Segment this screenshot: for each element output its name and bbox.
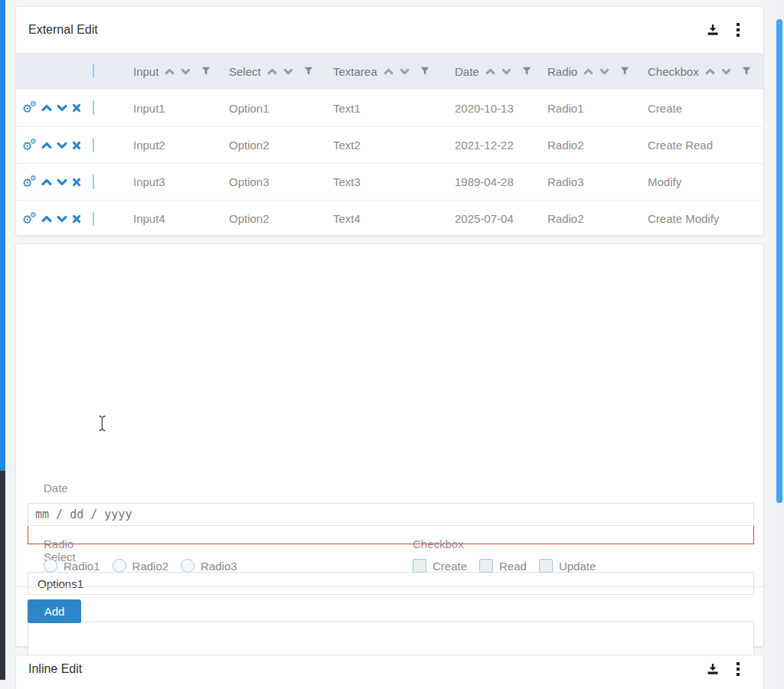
- radio-group: Radio1 Radio2 Radio3: [44, 559, 237, 573]
- settings-cogs-icon[interactable]: ⚙⚙: [22, 101, 37, 115]
- table-header-row: Input Select Textarea Date: [16, 53, 763, 90]
- left-appbar-edge: [0, 0, 5, 471]
- sort-desc-icon[interactable]: [283, 67, 293, 76]
- card-title: Inline Edit: [28, 662, 82, 676]
- inline-edit-header: Inline Edit: [16, 655, 763, 689]
- table-body: ⚙⚙ Input1 Option1 Text1 2020-10-13 Radio…: [16, 90, 763, 237]
- cell-input: Input1: [133, 102, 229, 115]
- kebab-menu-icon[interactable]: [731, 21, 745, 39]
- kebab-menu-icon[interactable]: [731, 660, 745, 678]
- table-row: ⚙⚙ Input1 Option1 Text1 2020-10-13 Radio…: [16, 90, 763, 126]
- checkbox-group: Create Read Update: [413, 559, 596, 573]
- scrollbar-thumb[interactable]: [776, 19, 782, 503]
- move-up-icon[interactable]: [41, 141, 52, 150]
- move-up-icon[interactable]: [41, 214, 52, 224]
- external-edit-header: External Edit: [16, 7, 763, 53]
- inline-edit-card: Inline Edit: [15, 655, 764, 689]
- checkbox-create[interactable]: [413, 559, 426, 573]
- sort-desc-icon[interactable]: [721, 67, 731, 76]
- filter-icon[interactable]: [742, 67, 751, 76]
- column-header-radio: Radio: [547, 65, 648, 78]
- date-field-label: Date: [44, 482, 68, 495]
- sort-asc-icon[interactable]: [583, 67, 593, 76]
- download-icon[interactable]: [704, 660, 722, 678]
- row-checkbox[interactable]: [93, 100, 94, 115]
- filter-icon[interactable]: [522, 67, 531, 76]
- download-icon[interactable]: [704, 21, 722, 39]
- settings-cogs-icon[interactable]: ⚙⚙: [22, 175, 37, 189]
- cell-input: Input4: [133, 212, 229, 225]
- cell-date: 2020-10-13: [455, 102, 547, 115]
- column-header-checkbox: Checkbox: [648, 65, 765, 78]
- cell-date: 2025-07-04: [455, 212, 547, 225]
- delete-x-icon[interactable]: [72, 178, 81, 187]
- delete-x-icon[interactable]: [72, 103, 81, 113]
- cell-radio: Radio2: [547, 139, 648, 152]
- delete-x-icon[interactable]: [72, 214, 81, 224]
- settings-cogs-icon[interactable]: ⚙⚙: [22, 139, 37, 152]
- sort-asc-icon[interactable]: [267, 67, 277, 76]
- table-row: ⚙⚙ Input2 Option2 Text2 2021-12-22 Radio…: [16, 126, 763, 163]
- filter-icon[interactable]: [201, 67, 211, 76]
- scrollbar-track[interactable]: [776, 0, 784, 689]
- row-checkbox[interactable]: [93, 175, 94, 189]
- date-field[interactable]: mm / dd / yyyy: [28, 503, 754, 526]
- sort-asc-icon[interactable]: [485, 67, 495, 76]
- radio-radio2[interactable]: [113, 559, 126, 573]
- data-table: Input Select Textarea Date: [16, 53, 763, 237]
- sort-desc-icon[interactable]: [400, 67, 410, 76]
- external-edit-card: External Edit Input: [15, 6, 764, 236]
- left-sidebar-edge: [0, 471, 5, 680]
- filter-icon[interactable]: [620, 67, 629, 76]
- row-checkbox[interactable]: [93, 138, 94, 152]
- sort-asc-icon[interactable]: [705, 67, 715, 76]
- cell-radio: Radio3: [547, 175, 648, 188]
- row-actions: ⚙⚙: [16, 139, 93, 152]
- cell-date: 2021-12-22: [455, 139, 547, 152]
- sort-asc-icon[interactable]: [384, 67, 394, 76]
- form-divider: [16, 586, 765, 587]
- cell-input: Input3: [133, 175, 229, 188]
- select-field[interactable]: Options1: [28, 572, 754, 595]
- filter-icon[interactable]: [304, 67, 313, 76]
- move-down-icon[interactable]: [57, 214, 67, 224]
- cell-select: Option1: [229, 102, 333, 115]
- row-actions: ⚙⚙: [16, 212, 93, 226]
- sort-desc-icon[interactable]: [181, 67, 191, 76]
- checkbox-update[interactable]: [539, 559, 553, 573]
- radio-radio1[interactable]: [44, 559, 57, 573]
- row-checkbox[interactable]: [93, 211, 94, 226]
- select-all-checkbox[interactable]: [93, 64, 94, 78]
- move-down-icon[interactable]: [57, 178, 67, 187]
- radio-radio3[interactable]: [181, 559, 194, 573]
- sort-asc-icon[interactable]: [165, 67, 175, 76]
- date-placeholder: mm / dd / yyyy: [35, 508, 132, 521]
- move-down-icon[interactable]: [57, 141, 67, 150]
- add-form-card: Input Select Options1 Text Date mm / dd …: [15, 243, 764, 647]
- cell-textarea: Text4: [333, 212, 455, 225]
- cell-checkbox: Modify: [648, 175, 765, 188]
- card-title: External Edit: [28, 23, 98, 37]
- sort-desc-icon[interactable]: [501, 67, 511, 76]
- select-all-cell: [93, 64, 133, 78]
- add-button[interactable]: Add: [28, 599, 81, 623]
- cell-input: Input2: [133, 139, 229, 152]
- move-up-icon[interactable]: [41, 103, 52, 113]
- sort-desc-icon[interactable]: [599, 67, 609, 76]
- row-actions: ⚙⚙: [16, 101, 93, 115]
- cell-date: 1989-04-28: [455, 175, 547, 188]
- cell-select: Option3: [229, 175, 333, 188]
- select-field-value: Options1: [38, 577, 83, 590]
- cell-radio: Radio2: [547, 212, 648, 225]
- move-down-icon[interactable]: [57, 103, 67, 113]
- cell-textarea: Text3: [333, 175, 455, 188]
- filter-icon[interactable]: [420, 67, 430, 76]
- settings-cogs-icon[interactable]: ⚙⚙: [22, 212, 37, 226]
- cell-select: Option2: [229, 212, 333, 225]
- cell-checkbox: Create Read: [648, 139, 765, 152]
- cell-textarea: Text2: [333, 139, 455, 152]
- checkbox-read[interactable]: [479, 559, 493, 573]
- delete-x-icon[interactable]: [72, 141, 81, 150]
- move-up-icon[interactable]: [41, 178, 52, 187]
- cell-checkbox: Create: [648, 102, 765, 115]
